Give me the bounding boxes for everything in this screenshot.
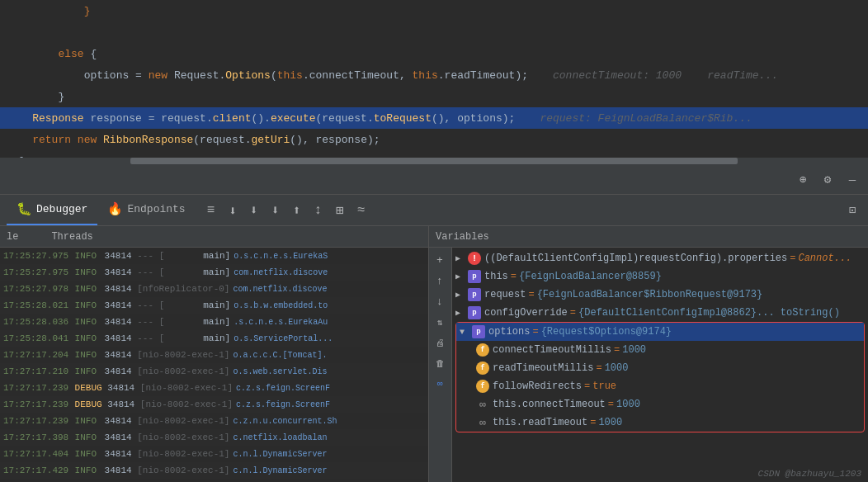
code-scrollbar-thumb[interactable] — [130, 158, 738, 164]
field-icon: f — [476, 362, 489, 375]
var-name: followRedirects — [493, 380, 582, 392]
sort-icon[interactable]: ⇅ — [431, 313, 449, 331]
log-row: 17:27:17.404 INFO 34814 [nio-8002-exec-1… — [0, 446, 428, 462]
debugger-toolbar: 🐛 Debugger 🔥 Endpoints ≡ ⬆ ⬇ ⬇ ⬆ ↕ ⊞ ≈ ⊡ — [0, 195, 868, 226]
log-row: 17:25:28.036 INFO 34814 --- [ main] .s.c… — [0, 314, 428, 330]
code-scrollbar[interactable] — [0, 158, 868, 164]
var-name: request — [484, 289, 526, 300]
expand-icon: ▶ — [455, 253, 465, 263]
options-box: ▼ p options = {Request$Options@9174} f c… — [455, 322, 865, 432]
step-over-icon[interactable]: ⬆ — [224, 201, 242, 220]
step-out-icon[interactable]: ⬆ — [288, 201, 306, 220]
var-equals: = — [511, 271, 517, 282]
threads-label: Threads — [51, 231, 92, 243]
minimize-icon[interactable]: — — [843, 171, 861, 189]
log-row: 17:25:28.041 INFO 34814 --- [ main] o.s.… — [0, 330, 428, 347]
trace-over-line-icon[interactable]: ≈ — [352, 201, 370, 220]
variable-list: ▶ ! ((DefaultClientConfigImpl)requestCon… — [452, 248, 868, 482]
var-value: 1000 — [616, 399, 640, 410]
variables-toolbar: + ↑ ↓ ⇅ 🖨 🗑 ∞ — [429, 248, 452, 482]
var-name: readTimeoutMillis — [493, 362, 593, 374]
debugger-right: ⊡ — [843, 201, 868, 220]
tab-endpoints[interactable]: 🔥 Endpoints — [97, 195, 195, 225]
code-line-2 — [0, 21, 868, 43]
var-equals: = — [570, 307, 576, 319]
code-text: else { — [7, 48, 97, 60]
var-row-follow-redirects[interactable]: f followRedirects = true — [456, 377, 864, 395]
code-line-4: options = new Request.Options(this.conne… — [0, 64, 868, 86]
var-equals: = — [584, 380, 590, 392]
code-text: return new RibbonResponse(request.getUri… — [7, 134, 380, 146]
code-text — [7, 26, 13, 39]
var-row-this-connect[interactable]: ∞ this.connectTimeout = 1000 — [456, 395, 864, 413]
log-row: 17:25:27.975 INFO 34814 --- [ main] o.s.… — [0, 248, 428, 264]
add-watch-icon[interactable]: ⊕ — [794, 171, 812, 189]
thread-log-header: le Threads — [0, 226, 428, 248]
var-value: 1000 — [605, 362, 629, 374]
watermark: CSDN @bazhuayu_1203 — [758, 469, 861, 479]
var-row-connect-timeout[interactable]: f connectTimeoutMillis = 1000 — [456, 341, 864, 359]
add-var-icon[interactable]: + — [431, 251, 449, 269]
infinity-icon[interactable]: ∞ — [431, 375, 449, 393]
print-icon[interactable]: 🖨 — [431, 333, 449, 352]
code-text: } — [7, 5, 90, 17]
infinity-icon: ∞ — [476, 416, 489, 429]
variables-content: + ↑ ↓ ⇅ 🖨 🗑 ∞ ▶ ! ((DefaultClientConfigI… — [429, 248, 868, 482]
error-icon: ! — [468, 252, 481, 265]
code-text: } — [7, 91, 64, 103]
var-name: this.readTimeout — [493, 417, 587, 428]
settings-icon[interactable]: ⚙ — [818, 171, 837, 189]
tab-debugger[interactable]: 🐛 Debugger — [7, 195, 97, 225]
var-equals: = — [596, 362, 601, 374]
log-row: 17:27:17.204 INFO 34814 [nio-8002-exec-1… — [0, 347, 428, 363]
run-to-cursor-icon[interactable]: ↕ — [309, 201, 328, 220]
force-step-into-icon[interactable]: ⬇ — [267, 201, 285, 220]
delete-icon[interactable]: 🗑 — [431, 354, 449, 372]
var-name: this.connectTimeout — [493, 399, 606, 410]
variables-header: Variables — [429, 226, 868, 248]
field-icon: f — [476, 380, 489, 393]
expand-icon: ▶ — [455, 308, 465, 318]
show-execution-point-icon[interactable]: ≡ — [202, 201, 220, 220]
scroll-down-icon[interactable]: ↓ — [431, 292, 449, 310]
evaluate-expression-icon[interactable]: ⊞ — [331, 201, 349, 220]
expand-icon: ▶ — [455, 290, 465, 300]
code-line-7: return new RibbonResponse(request.getUri… — [0, 129, 868, 150]
protected-icon: p — [468, 306, 481, 319]
log-row: 17:25:27.975 INFO 34814 --- [ main] com.… — [0, 264, 428, 281]
log-row: 17:27:17.239 INFO 34814 [nio-8002-exec-1… — [0, 413, 428, 429]
var-name: configOverride — [484, 307, 568, 319]
log-row: 17:27:17.239 DEBUG 34814 [nio-8002-exec-… — [0, 396, 428, 413]
layout-icon[interactable]: ⊡ — [843, 201, 861, 220]
scroll-up-icon[interactable]: ↑ — [431, 272, 449, 290]
log-row: 17:27:17.239 DEBUG 34814 [nio-8002-exec-… — [0, 380, 428, 396]
step-into-icon[interactable]: ⬇ — [245, 201, 263, 220]
var-row-options[interactable]: ▼ p options = {Request$Options@9174} — [456, 323, 864, 341]
var-name: connectTimeoutMillis — [493, 344, 611, 356]
expand-icon: ▼ — [460, 328, 469, 337]
top-toolbar: ⊕ ⚙ — — [0, 165, 868, 195]
var-equals: = — [528, 289, 534, 300]
log-row: 17:25:28.021 INFO 34814 --- [ main] o.s.… — [0, 297, 428, 314]
var-row-this-read[interactable]: ∞ this.readTimeout = 1000 — [456, 413, 864, 432]
var-row-requestconfig[interactable]: ▶ ! ((DefaultClientConfigImpl)requestCon… — [452, 249, 868, 267]
var-row-this[interactable]: ▶ p this = {FeignLoadBalancer@8859} — [452, 267, 868, 286]
var-value: Cannot... — [798, 253, 851, 264]
log-row: 17:25:27.978 INFO 34814 [nfoReplicator-0… — [0, 281, 428, 297]
var-equals: = — [790, 253, 795, 264]
endpoints-tab-icon: 🔥 — [107, 201, 123, 217]
var-row-configoverride[interactable]: ▶ p configOverride = {DefaultClientConfi… — [452, 304, 868, 322]
endpoints-tab-label: Endpoints — [127, 203, 185, 215]
var-name: ((DefaultClientConfigImpl)requestConfig)… — [484, 253, 787, 264]
var-name: this — [484, 271, 508, 282]
var-equals: = — [532, 326, 538, 338]
bottom-panel: le Threads 17:25:27.975 INFO 34814 --- [… — [0, 226, 868, 482]
protected-icon: p — [468, 288, 481, 301]
code-line-3: else { — [0, 43, 868, 64]
var-row-request[interactable]: ▶ p request = {FeignLoadBalancer$RibbonR… — [452, 286, 868, 304]
var-row-read-timeout[interactable]: f readTimeoutMillis = 1000 — [456, 359, 864, 377]
field-icon: f — [476, 343, 489, 357]
thread-log-panel: le Threads 17:25:27.975 INFO 34814 --- [… — [0, 226, 429, 482]
variables-title: Variables — [436, 231, 489, 243]
code-text: options = new Request.Options(this.conne… — [7, 69, 778, 82]
